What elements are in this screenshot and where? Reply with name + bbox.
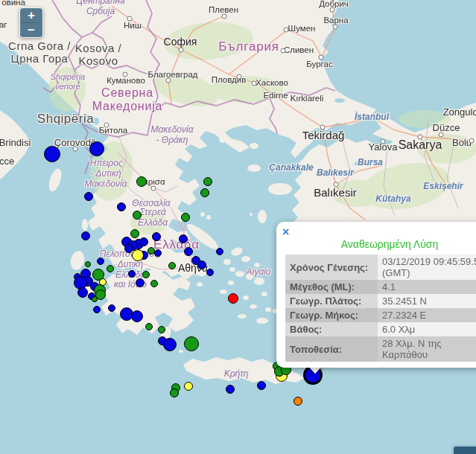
- earthquake-marker[interactable]: [181, 213, 190, 222]
- earthquake-marker[interactable]: [136, 278, 145, 287]
- earthquake-marker[interactable]: [154, 249, 162, 257]
- popup-title: Αναθεωρημένη Λύση: [285, 238, 476, 250]
- earthquake-details-table: Χρόνος Γένεσης:03/12/2019 09:45:59.52 (G…: [285, 255, 476, 362]
- earthquake-marker[interactable]: [197, 260, 206, 269]
- earthquake-marker[interactable]: [170, 389, 179, 397]
- city-dot: [151, 186, 156, 191]
- city-dot: [73, 147, 78, 152]
- popup-row-label: Τοποθεσία:: [285, 336, 378, 362]
- earthquake-marker[interactable]: [92, 296, 98, 302]
- popup-row-label: Χρόνος Γένεσης:: [285, 255, 378, 280]
- popup-row-value: 6.0 Χλμ: [378, 322, 476, 336]
- zoom-out-button[interactable]: −: [20, 23, 42, 37]
- earthquake-marker[interactable]: [145, 323, 153, 330]
- earthquake-marker[interactable]: [133, 211, 142, 220]
- close-icon[interactable]: ×: [282, 226, 289, 238]
- popup-row-value: 35.2451 N: [378, 294, 476, 308]
- earthquake-marker[interactable]: [107, 265, 114, 272]
- city-dot: [333, 25, 338, 30]
- earthquake-marker[interactable]: [84, 192, 93, 201]
- earthquake-marker[interactable]: [132, 249, 144, 261]
- popup-row: Μέγεθος (ML):4.1: [285, 280, 476, 294]
- popup-row-value: 27.2324 E: [378, 308, 476, 322]
- earthquake-marker[interactable]: [152, 232, 161, 241]
- earthquake-marker[interactable]: [89, 141, 104, 156]
- earthquake-marker[interactable]: [158, 326, 165, 333]
- popup-row: Βάθος:6.0 Χλμ: [285, 322, 476, 336]
- zoom-control: + −: [19, 7, 43, 38]
- attribution-control[interactable]: [451, 444, 476, 454]
- city-dot: [418, 135, 423, 140]
- earthquake-marker[interactable]: [139, 237, 148, 246]
- earthquake-marker[interactable]: [184, 247, 193, 256]
- earthquake-marker[interactable]: [44, 146, 60, 162]
- earthquake-marker[interactable]: [85, 261, 91, 267]
- map-container[interactable]: овинаагЦентрална СрбијаНишCrna Gora / Цр…: [0, 0, 476, 454]
- earthquake-marker[interactable]: [184, 382, 193, 391]
- earthquake-marker[interactable]: [97, 258, 104, 265]
- city-dot: [166, 78, 171, 83]
- earthquake-marker[interactable]: [77, 287, 88, 298]
- earthquake-marker[interactable]: [257, 381, 266, 390]
- city-dot: [179, 48, 184, 53]
- earthquake-popup: × Αναθεωρημένη Λύση Χρόνος Γένεσης:03/12…: [276, 222, 476, 368]
- city-dot: [320, 125, 326, 130]
- earthquake-marker[interactable]: [142, 271, 150, 278]
- popup-row-label: Βάθος:: [285, 322, 378, 336]
- city-dot: [284, 28, 289, 33]
- earthquake-marker[interactable]: [200, 188, 209, 197]
- earthquake-marker[interactable]: [179, 234, 188, 243]
- popup-row: Τοποθεσία:28 Χλμ. Ν της Καρπάθου: [285, 336, 476, 362]
- city-dot: [127, 16, 133, 22]
- earthquake-marker[interactable]: [93, 306, 101, 313]
- earthquake-marker[interactable]: [293, 397, 302, 406]
- city-dot: [319, 55, 324, 60]
- popup-row-label: Μέγεθος (ML):: [285, 280, 378, 294]
- city-dot: [439, 132, 444, 138]
- zoom-in-button[interactable]: +: [20, 8, 42, 23]
- earthquake-marker[interactable]: [108, 304, 115, 312]
- city-dot: [237, 74, 242, 80]
- city-dot: [104, 123, 110, 128]
- popup-row-label: Γεωγρ. Μήκος:: [285, 308, 378, 322]
- popup-row: Χρόνος Γένεσης:03/12/2019 09:45:59.52 (G…: [285, 255, 476, 280]
- city-dot: [334, 182, 339, 188]
- earthquake-marker[interactable]: [81, 231, 90, 240]
- popup-row-value: 28 Χλμ. Ν της Καρπάθου: [378, 336, 476, 362]
- earthquake-marker[interactable]: [228, 293, 238, 304]
- city-dot: [222, 14, 227, 19]
- popup-row-value: 4.1: [378, 280, 476, 294]
- earthquake-marker[interactable]: [131, 310, 143, 322]
- city-dot: [123, 72, 128, 77]
- popup-row-value: 03/12/2019 09:45:59.52 (GMT): [378, 255, 476, 280]
- earthquake-marker[interactable]: [117, 202, 126, 211]
- city-dot: [330, 7, 335, 13]
- earthquake-marker[interactable]: [168, 262, 176, 269]
- popup-row: Γεωγρ. Πλάτος:35.2451 N: [285, 294, 476, 308]
- city-dot: [469, 138, 475, 144]
- earthquake-marker[interactable]: [130, 229, 139, 238]
- earthquake-marker[interactable]: [226, 385, 235, 394]
- earthquake-marker[interactable]: [150, 280, 158, 287]
- earthquake-marker[interactable]: [203, 177, 212, 186]
- earthquake-marker[interactable]: [136, 176, 147, 187]
- earthquake-marker[interactable]: [128, 270, 136, 278]
- earthquake-marker[interactable]: [184, 336, 199, 351]
- popup-row: Γεωγρ. Μήκος:27.2324 E: [285, 308, 476, 322]
- city-dot: [281, 48, 286, 54]
- popup-row-label: Γεωγρ. Πλάτος:: [285, 294, 378, 308]
- earthquake-marker[interactable]: [163, 338, 177, 351]
- earthquake-marker[interactable]: [206, 269, 214, 276]
- city-dot: [381, 139, 386, 144]
- city-dot: [252, 81, 257, 86]
- earthquake-marker[interactable]: [216, 248, 223, 255]
